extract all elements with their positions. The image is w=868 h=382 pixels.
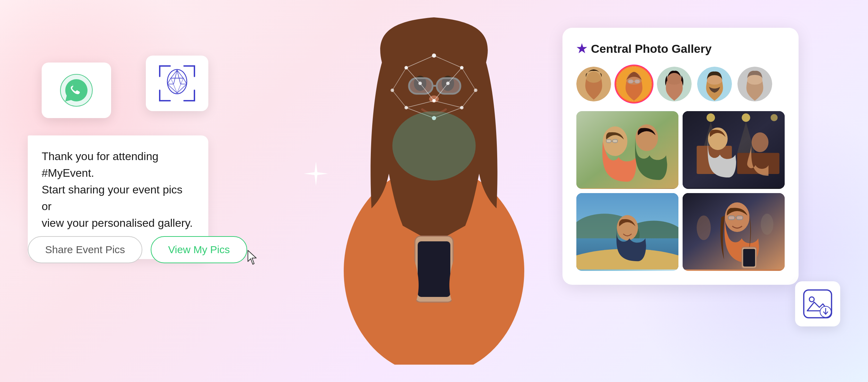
svg-rect-70	[612, 140, 617, 143]
person-svg	[312, 0, 556, 365]
avatar-4[interactable]	[697, 67, 732, 101]
gallery-star-icon: ★	[576, 42, 587, 56]
photo-cell-4	[683, 193, 785, 271]
download-image-button[interactable]	[795, 281, 840, 326]
view-my-pics-button[interactable]: View My Pics	[151, 236, 247, 263]
svg-point-81	[752, 132, 769, 152]
svg-point-87	[617, 215, 638, 240]
svg-point-73	[707, 114, 715, 122]
svg-rect-57	[628, 80, 633, 83]
cursor-icon	[245, 249, 260, 269]
sparkle-decoration	[302, 160, 330, 193]
chat-line2: Start sharing your event pics or	[42, 183, 183, 213]
main-container: Thank you for attending #MyEvent. Start …	[0, 0, 868, 382]
svg-rect-69	[606, 140, 611, 143]
whatsapp-card	[42, 63, 111, 118]
chat-message: Thank you for attending #MyEvent. Start …	[42, 148, 194, 231]
chat-line3: view your personalised gallery.	[42, 217, 193, 229]
svg-point-74	[742, 114, 750, 122]
face-scan-icon	[153, 59, 201, 108]
svg-rect-24	[418, 241, 450, 297]
photo-cell-2	[683, 111, 785, 189]
svg-point-52	[392, 111, 476, 181]
svg-line-10	[177, 78, 183, 93]
action-buttons: Share Event Pics View My Pics	[28, 236, 247, 263]
download-icon	[802, 288, 833, 319]
whatsapp-icon	[59, 73, 94, 108]
svg-point-98	[809, 297, 814, 302]
photo-cell-3	[576, 193, 678, 271]
avatar-row	[576, 67, 785, 101]
svg-rect-58	[635, 80, 640, 83]
view-my-pics-label: View My Pics	[168, 244, 230, 255]
photo-cell-1	[576, 111, 678, 189]
share-event-pics-button[interactable]: Share Event Pics	[28, 236, 142, 263]
svg-rect-92	[728, 216, 735, 219]
svg-point-1	[167, 69, 187, 94]
svg-line-9	[171, 78, 177, 93]
svg-rect-20	[437, 78, 460, 94]
gallery-title: ★ Central Photo Gallery	[576, 42, 785, 56]
gallery-panel: ★ Central Photo Gallery	[562, 28, 799, 285]
svg-rect-19	[409, 78, 433, 94]
svg-rect-96	[743, 249, 755, 267]
avatar-5[interactable]	[737, 67, 772, 101]
svg-rect-93	[736, 216, 743, 219]
photo-grid	[576, 111, 785, 271]
svg-point-89	[697, 215, 711, 240]
person-image	[312, 0, 556, 365]
avatar-1[interactable]	[576, 67, 611, 101]
chat-hashtag: #MyEvent.	[42, 167, 94, 179]
chat-line1: Thank you for attending	[42, 150, 158, 163]
gallery-title-text: Central Photo Gallery	[591, 42, 712, 56]
avatar-2[interactable]	[617, 67, 651, 101]
avatar-3[interactable]	[657, 67, 692, 101]
svg-marker-2	[171, 70, 183, 78]
face-scan-card	[146, 56, 208, 111]
svg-point-75	[770, 114, 777, 121]
svg-point-90	[761, 214, 773, 235]
